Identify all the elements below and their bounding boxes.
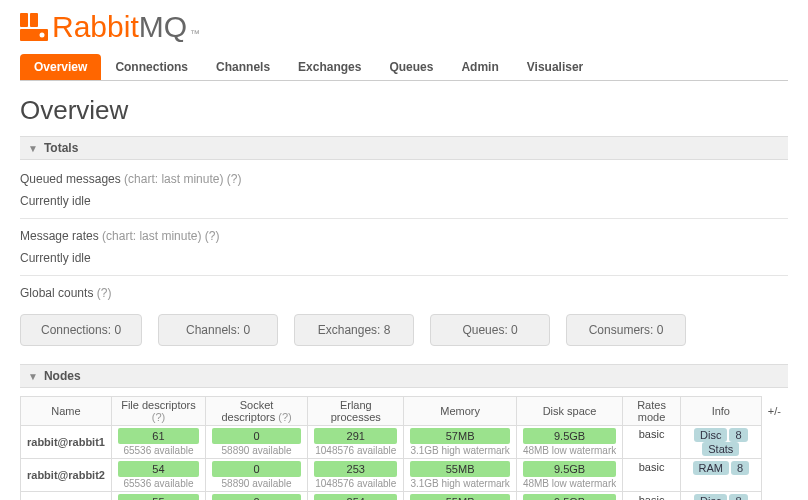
tab-queues[interactable]: Queues	[375, 54, 447, 80]
node-info: Disc8	[680, 492, 761, 501]
node-info: RAM8	[680, 459, 761, 492]
info-badge[interactable]: 8	[731, 461, 749, 475]
col-add-remove[interactable]: +/-	[761, 397, 787, 426]
svg-point-3	[40, 33, 45, 38]
nodes-table: Name File descriptors (?) Socket descrip…	[20, 396, 788, 500]
node-fd: 5565536 available	[111, 492, 205, 501]
node-name[interactable]: rabbit@rabbit3	[21, 492, 112, 501]
rates-idle-text: Currently idle	[20, 247, 788, 276]
info-badge[interactable]: 8	[729, 494, 747, 500]
logo-text-rabbit: Rabbit	[52, 10, 139, 44]
count-exchanges[interactable]: Exchanges: 8	[294, 314, 414, 346]
global-counts-buttons: Connections: 0Channels: 0Exchanges: 8Que…	[20, 314, 788, 346]
tab-connections[interactable]: Connections	[101, 54, 202, 80]
col-name[interactable]: Name	[21, 397, 112, 426]
count-channels[interactable]: Channels: 0	[158, 314, 278, 346]
queued-idle-text: Currently idle	[20, 190, 788, 219]
main-tabs: OverviewConnectionsChannelsExchangesQueu…	[20, 54, 788, 81]
info-badge[interactable]: Stats	[702, 442, 739, 456]
node-disk: 9.5GB48MB low watermark	[516, 459, 622, 492]
node-memory: 55MB3.1GB high watermark	[404, 459, 517, 492]
node-sd: 058890 available	[205, 459, 307, 492]
tab-visualiser[interactable]: Visualiser	[513, 54, 597, 80]
tab-overview[interactable]: Overview	[20, 54, 101, 80]
col-info[interactable]: Info	[680, 397, 761, 426]
node-fd: 6165536 available	[111, 426, 205, 459]
tab-channels[interactable]: Channels	[202, 54, 284, 80]
section-nodes-label: Nodes	[44, 369, 81, 383]
section-nodes-header[interactable]: ▼ Nodes	[20, 364, 788, 388]
col-rates[interactable]: Rates mode	[623, 397, 681, 426]
count-consumers[interactable]: Consumers: 0	[566, 314, 686, 346]
message-rates-row: Message rates (chart: last minute) (?)	[20, 225, 788, 247]
node-erlang: 2531048576 available	[308, 459, 404, 492]
info-badge[interactable]: Disc	[694, 494, 727, 500]
col-disk[interactable]: Disk space	[516, 397, 622, 426]
svg-rect-1	[30, 13, 38, 27]
table-row: rabbit@rabbit35565536 available058890 av…	[21, 492, 788, 501]
section-totals-header[interactable]: ▼ Totals	[20, 136, 788, 160]
node-disk: 9.5GB48MB low watermark	[516, 492, 622, 501]
tab-admin[interactable]: Admin	[447, 54, 512, 80]
node-name[interactable]: rabbit@rabbit2	[21, 459, 112, 492]
node-sd: 058890 available	[205, 492, 307, 501]
node-sd: 058890 available	[205, 426, 307, 459]
node-erlang: 2911048576 available	[308, 426, 404, 459]
info-badge[interactable]: Disc	[694, 428, 727, 442]
node-rates: basic	[623, 459, 681, 492]
queued-messages-label: Queued messages	[20, 172, 121, 186]
page-title: Overview	[20, 95, 788, 126]
table-row: rabbit@rabbit16165536 available058890 av…	[21, 426, 788, 459]
logo-mark-icon	[20, 13, 48, 41]
info-badge[interactable]: 8	[729, 428, 747, 442]
message-rates-chart: (chart: last minute)	[102, 229, 201, 243]
node-rates: basic	[623, 492, 681, 501]
count-queues[interactable]: Queues: 0	[430, 314, 550, 346]
help-icon[interactable]: (?)	[97, 286, 112, 300]
help-icon[interactable]: (?)	[205, 229, 220, 243]
col-socket-descriptors[interactable]: Socket descriptors (?)	[205, 397, 307, 426]
logo: RabbitMQ ™	[20, 10, 788, 44]
node-rates: basic	[623, 426, 681, 459]
help-icon[interactable]: (?)	[278, 411, 291, 423]
chevron-down-icon: ▼	[28, 143, 38, 154]
node-fd: 5465536 available	[111, 459, 205, 492]
table-row: rabbit@rabbit25465536 available058890 av…	[21, 459, 788, 492]
col-file-descriptors[interactable]: File descriptors (?)	[111, 397, 205, 426]
help-icon[interactable]: (?)	[152, 411, 165, 423]
global-counts-label: Global counts	[20, 286, 93, 300]
col-memory[interactable]: Memory	[404, 397, 517, 426]
info-badge[interactable]: RAM	[693, 461, 729, 475]
chevron-down-icon: ▼	[28, 371, 38, 382]
logo-text-mq: MQ	[139, 10, 187, 44]
queued-messages-chart: (chart: last minute)	[124, 172, 223, 186]
svg-rect-0	[20, 13, 28, 27]
tab-exchanges[interactable]: Exchanges	[284, 54, 375, 80]
col-erlang[interactable]: Erlang processes	[308, 397, 404, 426]
section-totals-label: Totals	[44, 141, 78, 155]
node-memory: 55MB3.1GB high watermark	[404, 492, 517, 501]
node-info: Disc8Stats	[680, 426, 761, 459]
message-rates-label: Message rates	[20, 229, 99, 243]
logo-tm: ™	[190, 28, 200, 39]
node-memory: 57MB3.1GB high watermark	[404, 426, 517, 459]
node-erlang: 2541048576 available	[308, 492, 404, 501]
count-connections[interactable]: Connections: 0	[20, 314, 142, 346]
help-icon[interactable]: (?)	[227, 172, 242, 186]
node-disk: 9.5GB48MB low watermark	[516, 426, 622, 459]
queued-messages-row: Queued messages (chart: last minute) (?)	[20, 168, 788, 190]
node-name[interactable]: rabbit@rabbit1	[21, 426, 112, 459]
global-counts-row: Global counts (?)	[20, 282, 788, 304]
